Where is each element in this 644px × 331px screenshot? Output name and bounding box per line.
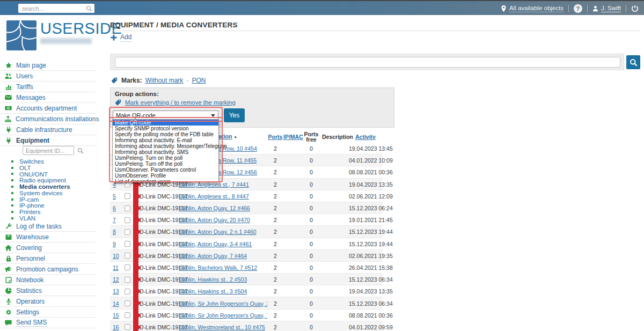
row-checkbox[interactable] [125,253,130,259]
sidebar-subitem-media-converters[interactable]: Media converters [0,183,96,190]
row-number-link[interactable]: 12 [113,276,119,283]
row-checkbox[interactable] [125,241,130,247]
row-number-link[interactable]: 11 [113,264,119,271]
row-number-link[interactable]: 9 [113,241,116,247]
sidebar-item-tariffs[interactable]: Tariffs [0,82,96,92]
dropdown-option-usmobserver-parameters-control[interactable]: UsmObserver. Parameters control [113,167,218,173]
marks-pon-link[interactable]: PON [192,77,206,84]
global-search[interactable] [18,4,94,13]
row-number-link[interactable]: 5 [113,193,116,200]
location-link[interactable]: Dublin, Hawkins st., 2 #503 [179,276,247,283]
column-header-ipmac[interactable]: IP/MAC [283,134,301,139]
dropdown-option-specify-snmp-protocol-version[interactable]: Specify SNMP protocol version [113,126,218,131]
location-link[interactable]: Dublin, Aston Quay, 2 n.1 #460 [179,229,257,235]
sidebar-item-settings[interactable]: Settings [0,307,96,318]
sidebar-item-communications-installations[interactable]: Communications installations [0,114,96,124]
location-link[interactable]: Dublin, Bachelors Walk, 7 #512 [179,264,257,271]
equipment-id-search[interactable] [23,146,84,155]
sidebar-item-statistics[interactable]: Statistics [0,285,96,296]
location-link[interactable]: Dublin, Aston Quay, 3-4 #461 [179,241,252,247]
sidebar-item-promotion-campaigns[interactable]: Promotion campaigns [0,264,96,275]
equipment-id-input[interactable] [23,146,74,155]
bullet-icon [11,211,13,213]
location-link[interactable]: Dublin, Westmoreland st., 10 #475 [179,324,265,330]
row-checkbox[interactable] [125,193,130,199]
row-number-link[interactable]: 6 [113,205,116,211]
dropdown-option-list-of-dependent-users[interactable]: List of dependent users [113,179,218,185]
table-row: 15D-Link DMC-1910TDublin, Sir John Roger… [110,310,383,321]
marks-without-mark-link[interactable]: Without mark [145,77,184,84]
search-icon[interactable] [77,148,84,154]
dropdown-option-informing-about-inactivity-e-mail[interactable]: Informing about inactivity. E-mail [113,137,218,143]
available-objects-link[interactable]: All available objects [501,5,564,12]
global-search-input[interactable] [22,5,86,12]
sidebar-subitem-system-devices[interactable]: System devices [0,190,96,196]
row-checkbox[interactable] [125,324,130,330]
dropdown-option-specify-the-polling-mode-of-the-fdb-table[interactable]: Specify the polling mode of the FDB tabl… [113,131,218,137]
row-checkbox[interactable] [125,229,130,235]
row-checkbox[interactable] [125,217,130,223]
sidebar-item-covering[interactable]: Covering [0,242,96,253]
sidebar-item-label: Log of the tasks [16,223,62,230]
ports-free-value: 0 [301,205,322,211]
yes-button[interactable]: Yes [224,108,245,122]
sidebar-item-notebook[interactable]: Notebook [0,275,96,285]
row-number-link[interactable]: 7 [113,217,116,223]
location-link[interactable]: Dublin, Sir John Rogerson's Quay, 28-29 … [179,300,267,307]
sidebar-item-warehouse[interactable]: Warehouse [0,232,96,242]
mark-everything-link[interactable]: Mark everything / to remove the marking [125,99,236,106]
sidebar-subitem-radio-equipment[interactable]: Radio equipment [0,177,96,183]
dropdown-option-usmpeleng-turn-off-the-poll[interactable]: UsmPeleng. Turn off the poll [113,161,218,167]
sidebar-subitem-olt[interactable]: OLT [0,165,96,171]
sidebar-item-send-sms[interactable]: Send SMS [0,318,96,328]
row-number-link[interactable]: 14 [113,300,119,307]
row-checkbox[interactable] [125,277,130,283]
row-number-link[interactable]: 15 [113,312,119,319]
location-link[interactable]: Dublin, Aston Quay, 7 #464 [179,253,247,259]
dropdown-option-usmobserver-profile[interactable]: UsmObserver. Profile [113,173,218,179]
location-link[interactable]: Dublin, Aston Quay, 12 #466 [179,205,250,211]
column-header-activity[interactable]: Activity [349,134,382,139]
sidebar-subitem-ip-phone[interactable]: IP-phone [0,203,96,209]
sidebar-item-main-page[interactable]: Main page [0,60,96,71]
column-header-ports[interactable]: Ports [267,134,283,139]
user-menu-link[interactable]: J. Swift [592,5,621,12]
row-number-link[interactable]: 8 [113,229,116,235]
activity-value: 19.04.2023 13:35 [349,288,382,295]
sidebar-item-log-of-the-tasks[interactable]: Log of the tasks [0,221,96,232]
row-checkbox[interactable] [125,289,130,295]
sidebar-subitem-switches[interactable]: Switches [0,158,96,165]
filter-search-button[interactable] [626,55,640,69]
dropdown-option-usmpeleng-turn-on-the-poll[interactable]: UsmPeleng. Turn on the poll [113,155,218,161]
sidebar-item-equipment[interactable]: Equipment [0,135,96,146]
add-button[interactable]: Add [111,33,131,42]
help-button[interactable]: ? [574,4,582,13]
row-checkbox[interactable] [125,264,130,270]
sidebar-item-operators[interactable]: Operators [0,296,96,307]
row-number-link[interactable]: 13 [113,288,119,295]
dropdown-option-make-qr-code[interactable]: Make QR-code [113,120,218,126]
location-link[interactable]: Dublin, Hawkins st., 3 #504 [179,288,247,295]
mark-arrow-icon [138,218,141,222]
row-checkbox[interactable] [125,205,130,211]
sidebar-item-messages[interactable]: Messages [0,92,96,103]
location-link[interactable]: Dublin, Sir John Rogerson's Quay, 7-11 #… [179,312,267,319]
sidebar-subitem-ip-cam[interactable]: IP-cam [0,196,96,203]
sidebar-item-accounts-department[interactable]: Accounts department [0,103,96,114]
row-number-link[interactable]: 16 [113,324,119,330]
sidebar-subitem-printers[interactable]: Printers [0,209,96,215]
location-link[interactable]: Dublin, Aston Quay, 20 #470 [179,217,250,223]
sidebar-item-cable-infrastructure[interactable]: Cable infrastructure [0,124,96,135]
sidebar-item-users[interactable]: Users [0,71,96,82]
filter-input[interactable] [115,57,620,68]
dropdown-option-informing-about-inactivity-sms[interactable]: Informing about inactivity. SMS [113,149,218,155]
search-icon[interactable] [86,5,92,12]
power-logout-icon[interactable] [631,5,639,12]
row-checkbox[interactable] [125,300,130,306]
row-number-link[interactable]: 10 [113,253,119,259]
sidebar-item-personnel[interactable]: Personnel [0,253,96,264]
row-checkbox[interactable] [125,312,130,318]
dropdown-option-informing-about-inactivity-messenger-telegram[interactable]: Informing about inactivity. Messenger/Te… [113,143,218,149]
location-link[interactable]: Dublin, Anglesea st., 8 #447 [179,193,249,200]
sidebar-subitem-onu-ont[interactable]: ONU/ONT [0,171,96,178]
